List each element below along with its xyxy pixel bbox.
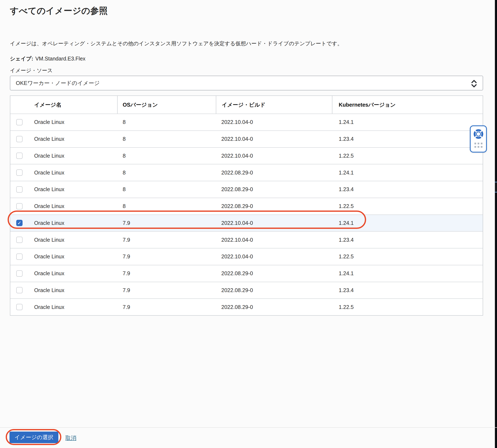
cell-os-version: 7.9: [118, 270, 216, 276]
row-checkbox[interactable]: [16, 186, 23, 192]
table-row[interactable]: Oracle Linux 7.9 2022.10.04-0 1.24.1: [10, 214, 483, 231]
cell-kubernetes-version: 1.23.4: [332, 136, 483, 142]
table-row[interactable]: Oracle Linux 8 2022.10.04-0 1.22.5: [10, 147, 483, 164]
chevron-up-down-icon: [470, 79, 478, 90]
cell-image-name: Oracle Linux: [25, 119, 118, 125]
cell-image-build: 2022.10.04-0: [216, 254, 332, 260]
cell-kubernetes-version: 1.24.1: [332, 220, 483, 226]
table-row[interactable]: Oracle Linux 8 2022.08.29-0 1.22.5: [10, 198, 483, 214]
cell-image-name: Oracle Linux: [25, 136, 118, 142]
cell-kubernetes-version: 1.23.4: [332, 237, 483, 243]
cell-image-name: Oracle Linux: [25, 304, 118, 310]
page-title: すべてのイメージの参照: [10, 5, 108, 17]
cell-os-version: 8: [118, 153, 216, 159]
cell-image-name: Oracle Linux: [25, 287, 118, 293]
cell-image-build: 2022.08.29-0: [216, 170, 332, 176]
cell-os-version: 7.9: [118, 237, 216, 243]
cell-image-name: Oracle Linux: [25, 237, 118, 243]
life-ring-icon[interactable]: [473, 128, 484, 141]
table-row[interactable]: Oracle Linux 7.9 2022.08.29-0 1.23.4: [10, 282, 483, 299]
row-checkbox-cell: [10, 169, 25, 176]
column-header-kubernetes-version: Kubernetesバージョン: [332, 96, 483, 113]
row-checkbox-cell: [10, 304, 25, 310]
row-checkbox[interactable]: [16, 119, 23, 125]
cell-image-build: 2022.08.29-0: [216, 203, 332, 209]
cell-image-build: 2022.08.29-0: [216, 304, 332, 310]
select-image-button[interactable]: イメージの選択: [10, 432, 58, 443]
cell-image-name: Oracle Linux: [25, 254, 118, 260]
image-source-select[interactable]: OKEワーカー・ノードのイメージ: [10, 76, 483, 90]
drag-handle-icon[interactable]: [474, 143, 482, 148]
row-checkbox[interactable]: [16, 304, 23, 310]
cell-image-build: 2022.10.04-0: [216, 119, 332, 125]
cell-image-build: 2022.10.04-0: [216, 220, 332, 226]
cell-image-name: Oracle Linux: [25, 203, 118, 209]
cell-kubernetes-version: 1.24.1: [332, 270, 483, 276]
row-checkbox-cell: [10, 186, 25, 192]
table-row[interactable]: Oracle Linux 8 2022.08.29-0 1.24.1: [10, 164, 483, 181]
dialog-description: イメージは、オペレーティング・システムとその他のインスタンス用ソフトウェアを決定…: [10, 40, 342, 47]
cell-image-build: 2022.10.04-0: [216, 153, 332, 159]
cell-kubernetes-version: 1.23.4: [332, 186, 483, 192]
cell-os-version: 7.9: [118, 287, 216, 293]
row-checkbox[interactable]: [16, 287, 23, 293]
cell-image-build: 2022.08.29-0: [216, 270, 332, 276]
row-checkbox[interactable]: [16, 169, 23, 176]
table-row[interactable]: Oracle Linux 8 2022.10.04-0 1.23.4: [10, 130, 483, 147]
cell-kubernetes-version: 1.22.5: [332, 153, 483, 159]
cell-image-name: Oracle Linux: [25, 220, 118, 226]
table-row[interactable]: Oracle Linux 7.9 2022.08.29-0 1.22.5: [10, 298, 483, 315]
table-row[interactable]: Oracle Linux 8 2022.08.29-0 1.23.4: [10, 181, 483, 198]
cell-kubernetes-version: 1.23.4: [332, 287, 483, 293]
cell-os-version: 8: [118, 119, 216, 125]
row-checkbox-cell: [10, 270, 25, 277]
table-row[interactable]: Oracle Linux 8 2022.10.04-0 1.24.1: [10, 113, 483, 130]
column-header-image-name: イメージ名: [10, 96, 118, 113]
table-row[interactable]: Oracle Linux 7.9 2022.10.04-0 1.23.4: [10, 231, 483, 248]
row-checkbox-cell: [10, 254, 25, 260]
row-checkbox-cell: [10, 203, 25, 209]
row-checkbox-cell: [10, 237, 25, 243]
cell-os-version: 8: [118, 170, 216, 176]
row-checkbox[interactable]: [16, 203, 23, 209]
cell-os-version: 7.9: [118, 304, 216, 310]
cell-kubernetes-version: 1.22.5: [332, 304, 483, 310]
image-source-selected-value: OKEワーカー・ノードのイメージ: [16, 80, 100, 87]
cell-kubernetes-version: 1.22.5: [332, 203, 483, 209]
cell-image-build: 2022.10.04-0: [216, 237, 332, 243]
shape-value: VM.Standard.E3.Flex: [35, 56, 86, 62]
console-edge-scrollbar-thumb[interactable]: [495, 182, 497, 192]
column-header-os-version: OSバージョン: [118, 96, 216, 113]
cell-image-build: 2022.10.04-0: [216, 136, 332, 142]
cell-image-build: 2022.08.29-0: [216, 287, 332, 293]
cell-image-name: Oracle Linux: [25, 170, 118, 176]
cell-kubernetes-version: 1.22.5: [332, 254, 483, 260]
row-checkbox[interactable]: [16, 220, 23, 226]
console-edge-scrollbar-track: [495, 0, 497, 448]
row-checkbox[interactable]: [16, 153, 23, 159]
cell-os-version: 8: [118, 186, 216, 192]
table-row[interactable]: Oracle Linux 7.9 2022.08.29-0 1.24.1: [10, 265, 483, 282]
row-checkbox[interactable]: [16, 136, 23, 142]
table-row[interactable]: Oracle Linux 7.9 2022.10.04-0 1.22.5: [10, 248, 483, 265]
cell-os-version: 7.9: [118, 220, 216, 226]
help-widget[interactable]: [470, 125, 487, 153]
column-header-image-build: イメージ・ビルド: [216, 96, 332, 113]
row-checkbox-cell: [10, 220, 25, 226]
cell-kubernetes-version: 1.24.1: [332, 119, 483, 125]
row-checkbox[interactable]: [16, 254, 23, 260]
cancel-link[interactable]: 取消: [65, 434, 76, 442]
row-checkbox-cell: [10, 287, 25, 293]
images-table: イメージ名 OSバージョン イメージ・ビルド Kubernetesバージョン O…: [10, 96, 483, 316]
row-checkbox-cell: [10, 119, 25, 125]
cell-image-name: Oracle Linux: [25, 153, 118, 159]
table-header-row: イメージ名 OSバージョン イメージ・ビルド Kubernetesバージョン: [10, 96, 483, 113]
row-checkbox[interactable]: [16, 237, 23, 243]
cell-kubernetes-version: 1.24.1: [332, 170, 483, 176]
row-checkbox[interactable]: [16, 270, 23, 277]
cell-os-version: 7.9: [118, 254, 216, 260]
cell-image-build: 2022.08.29-0: [216, 186, 332, 192]
footer-divider: [0, 427, 497, 428]
row-checkbox-cell: [10, 136, 25, 142]
image-source-label: イメージ・ソース: [10, 67, 53, 74]
